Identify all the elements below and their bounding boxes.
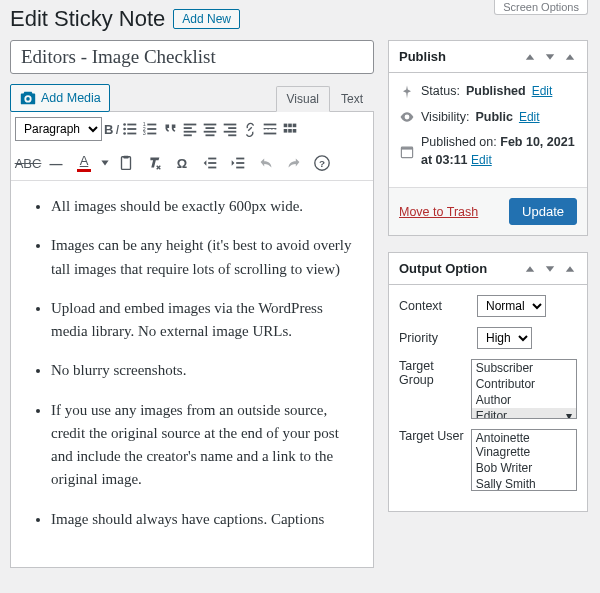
svg-point-0 <box>26 97 30 101</box>
svg-rect-6 <box>127 133 136 135</box>
add-new-button[interactable]: Add New <box>173 9 240 29</box>
svg-rect-22 <box>228 127 236 129</box>
content-item: Image should always have captions. Capti… <box>51 508 355 531</box>
blockquote-button[interactable] <box>161 116 179 142</box>
camera-icon <box>19 89 37 107</box>
collapse-button[interactable] <box>563 50 577 64</box>
content-item: If you use any images from an outside so… <box>51 399 355 492</box>
edit-visibility-link[interactable]: Edit <box>519 109 540 126</box>
svg-point-5 <box>123 132 126 135</box>
content-item: Upload and embed images via the WordPres… <box>51 297 355 344</box>
strikethrough-button[interactable]: ABC <box>15 150 41 176</box>
link-button[interactable] <box>241 116 259 142</box>
special-char-button[interactable]: Ω <box>169 150 195 176</box>
content-item: Images can be any height (it's best to a… <box>51 234 355 281</box>
user-option[interactable]: Sally Smith <box>472 476 576 491</box>
target-user-listbox[interactable]: Antoinette Vinagrette Bob Writer Sally S… <box>471 429 577 491</box>
svg-rect-20 <box>206 134 215 136</box>
add-media-label: Add Media <box>41 91 101 105</box>
readmore-button[interactable] <box>261 116 279 142</box>
align-left-button[interactable] <box>181 116 199 142</box>
numbered-list-button[interactable]: 123 <box>141 116 159 142</box>
status-value: Published <box>466 83 526 101</box>
svg-rect-33 <box>293 129 297 133</box>
pin-icon <box>399 84 415 100</box>
target-group-listbox[interactable]: Subscriber Contributor Author Editor▾ <box>471 359 577 419</box>
tab-text[interactable]: Text <box>330 86 374 112</box>
published-label: Published on: <box>421 135 497 149</box>
editor-content[interactable]: All images should be exactly 600px wide.… <box>11 181 373 567</box>
svg-point-1 <box>123 123 126 126</box>
svg-rect-45 <box>401 147 412 149</box>
update-button[interactable]: Update <box>509 198 577 225</box>
svg-rect-15 <box>184 131 197 133</box>
svg-rect-2 <box>127 124 136 126</box>
output-heading: Output Option <box>399 261 487 276</box>
role-option[interactable]: Author <box>472 392 576 408</box>
status-label: Status: <box>421 83 460 101</box>
svg-text:3: 3 <box>143 130 146 136</box>
align-right-button[interactable] <box>221 116 239 142</box>
svg-rect-41 <box>236 167 244 169</box>
move-up-button[interactable] <box>523 50 537 64</box>
svg-rect-32 <box>288 129 292 133</box>
svg-rect-27 <box>264 133 277 135</box>
priority-select[interactable]: High <box>477 327 532 349</box>
toolbar: Paragraph B I 123 <box>11 112 373 181</box>
move-down-button[interactable] <box>543 50 557 64</box>
title-input[interactable] <box>10 40 374 74</box>
svg-rect-38 <box>208 167 216 169</box>
bullet-list-button[interactable] <box>121 116 139 142</box>
edit-status-link[interactable]: Edit <box>532 83 553 100</box>
svg-rect-30 <box>293 124 297 128</box>
help-button[interactable]: ? <box>309 150 335 176</box>
text-color-picker-button[interactable] <box>99 150 111 176</box>
role-option[interactable]: Contributor <box>472 376 576 392</box>
svg-rect-25 <box>264 124 277 126</box>
text-color-button[interactable]: A <box>71 150 97 176</box>
priority-label: Priority <box>399 331 473 345</box>
svg-rect-29 <box>288 124 292 128</box>
visibility-value: Public <box>475 109 513 127</box>
move-to-trash-link[interactable]: Move to Trash <box>399 205 478 219</box>
format-select[interactable]: Paragraph <box>15 117 102 141</box>
publish-heading: Publish <box>399 49 446 64</box>
svg-rect-36 <box>208 158 216 160</box>
move-down-button[interactable] <box>543 262 557 276</box>
move-up-button[interactable] <box>523 262 537 276</box>
user-option[interactable]: Antoinette Vinagrette <box>472 430 576 460</box>
svg-rect-16 <box>184 134 192 136</box>
page-title: Edit Sticky Note <box>10 6 165 32</box>
indent-button[interactable] <box>225 150 251 176</box>
undo-button[interactable] <box>253 150 279 176</box>
visibility-label: Visibility: <box>421 109 469 127</box>
context-select[interactable]: Normal <box>477 295 546 317</box>
add-media-button[interactable]: Add Media <box>10 84 110 112</box>
svg-rect-12 <box>147 133 156 135</box>
svg-rect-26 <box>264 128 277 129</box>
svg-rect-40 <box>236 162 244 164</box>
edit-date-link[interactable]: Edit <box>471 153 492 167</box>
user-option[interactable]: Bob Writer <box>472 460 576 476</box>
paste-text-button[interactable] <box>113 150 139 176</box>
chevron-down-icon: ▾ <box>566 409 572 419</box>
role-option[interactable]: Editor▾ <box>472 408 576 419</box>
role-option[interactable]: Subscriber <box>472 360 576 376</box>
content-item: All images should be exactly 600px wide. <box>51 195 355 218</box>
bold-button[interactable]: B <box>104 116 113 142</box>
hr-button[interactable]: — <box>43 150 69 176</box>
screen-options-tab[interactable]: Screen Options <box>494 0 588 15</box>
editor: Paragraph B I 123 <box>10 111 374 568</box>
svg-rect-35 <box>123 156 128 159</box>
tab-visual[interactable]: Visual <box>276 86 330 112</box>
clear-formatting-button[interactable] <box>141 150 167 176</box>
visibility-icon <box>399 109 415 125</box>
toolbar-toggle-button[interactable] <box>281 116 299 142</box>
svg-rect-17 <box>204 124 217 126</box>
italic-button[interactable]: I <box>115 116 119 142</box>
outdent-button[interactable] <box>197 150 223 176</box>
redo-button[interactable] <box>281 150 307 176</box>
collapse-button[interactable] <box>563 262 577 276</box>
svg-rect-13 <box>184 124 197 126</box>
align-center-button[interactable] <box>201 116 219 142</box>
